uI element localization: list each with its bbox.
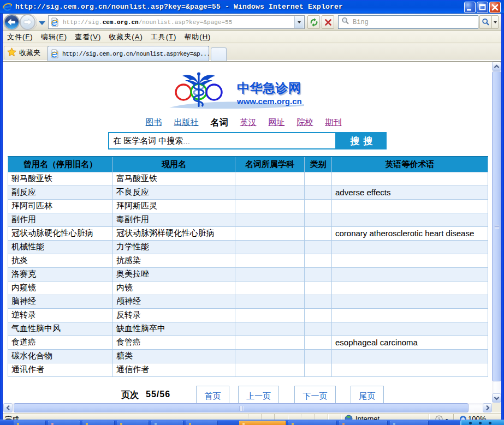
table-header-english-term: 英语等价术语: [332, 157, 488, 172]
table-cell: 冠状动脉硬化性心脏病: [8, 226, 113, 240]
table-cell: [235, 267, 305, 281]
pagination-first-button[interactable]: 首页: [196, 386, 229, 403]
page-nav-publishers[interactable]: 出版社: [174, 117, 199, 129]
table-cell: 机械性能: [8, 240, 113, 254]
table-cell: [235, 308, 305, 322]
taskbar-button[interactable]: [151, 421, 183, 425]
scrollbar-grip: [239, 406, 244, 411]
table-row: 副反应 不良反应 adverse effects: [8, 185, 488, 199]
window-frame-right: [501, 14, 504, 425]
search-icon: [341, 17, 349, 25]
pagination-next-button[interactable]: 下一页: [294, 386, 336, 403]
scroll-left-button[interactable]: [3, 403, 13, 412]
vertical-scrollbar[interactable]: [492, 62, 501, 403]
scroll-up-button[interactable]: [492, 62, 501, 71]
page-nav-colleges[interactable]: 院校: [297, 117, 313, 129]
table-cell: 食管癌: [113, 336, 235, 349]
taskbar-button[interactable]: [117, 421, 149, 425]
table-cell: 富马酸亚铁: [113, 172, 235, 185]
table-row: 碳水化合物 糖类: [8, 349, 488, 363]
table-cell: 颅神经: [113, 295, 235, 308]
page-nav-en-cn[interactable]: 英汉: [240, 117, 257, 129]
menu-item-tools[interactable]: 工具(T): [151, 32, 177, 42]
favorites-button[interactable]: 收藏夹: [4, 46, 49, 60]
browser-search-placeholder: Bing: [353, 19, 369, 26]
page-icon: [50, 17, 60, 27]
table-cell: 碳水化合物: [8, 349, 113, 363]
back-button[interactable]: [5, 15, 19, 29]
scroll-right-button[interactable]: [483, 403, 492, 412]
taskbar-button[interactable]: [288, 421, 336, 425]
search-box-icon: [341, 17, 349, 27]
table-cell: 通讯作者: [8, 363, 113, 376]
table-cell: [235, 254, 305, 267]
browser-search-dropdown[interactable]: [491, 15, 499, 29]
table-cell: 洛赛克: [8, 267, 113, 281]
page-search-input[interactable]: 在 医学名词 中搜索...: [108, 132, 336, 149]
table-cell: 食道癌: [8, 336, 113, 349]
refresh-button[interactable]: [307, 15, 320, 29]
address-bar[interactable]: http://sig.cem.org.cn/nounlist.asp?key=&…: [48, 15, 305, 29]
table-cell: adverse effects: [332, 185, 488, 199]
table-cell: [332, 349, 488, 363]
address-url[interactable]: http://sig.cem.org.cn/nounlist.asp?key=&…: [63, 19, 232, 26]
page-icon: [50, 49, 60, 58]
close-button[interactable]: [489, 2, 501, 13]
pagination-value: 55/56: [146, 390, 170, 399]
page-nav-websites[interactable]: 网址: [269, 117, 285, 129]
menu-item-help[interactable]: 帮助(H): [184, 32, 211, 42]
favorites-star-icon: [7, 47, 16, 57]
thumb-grip: [494, 222, 499, 231]
maximize-button[interactable]: [477, 2, 488, 13]
forward-button[interactable]: [21, 15, 34, 29]
menu-item-view[interactable]: 查看(V): [75, 32, 101, 42]
page-nav-nouns[interactable]: 名词: [211, 117, 228, 129]
taskbar-button[interactable]: [339, 421, 387, 425]
table-cell: [305, 185, 332, 199]
navigation-toolbar: http://sig.cem.org.cn/nounlist.asp?key=&…: [3, 14, 501, 31]
taskbar-button[interactable]: [390, 421, 428, 425]
menu-item-edit[interactable]: 编辑(E): [41, 32, 67, 42]
site-url[interactable]: www.cem.org.cn: [237, 97, 302, 106]
recent-pages-dropdown[interactable]: [39, 21, 45, 25]
new-tab-stub[interactable]: [211, 47, 227, 61]
taskbar-button[interactable]: [14, 421, 45, 425]
stop-icon: [324, 18, 333, 27]
menu-item-file[interactable]: 文件(F): [7, 32, 33, 42]
table-cell: esophageal carcinoma: [332, 336, 488, 349]
back-arrow-glyph: [5, 15, 19, 29]
table-header-current-name: 现用名: [113, 157, 235, 172]
favorites-tab-bar: 收藏夹 http://sig.cem.org.cn/nounlist.asp?k…: [3, 44, 501, 61]
page-nav-books[interactable]: 图书: [146, 117, 162, 129]
browser-tab-active[interactable]: http://sig.cem.org.cn/nounlist.asp?key=&…: [48, 46, 209, 61]
taskbar-button-active[interactable]: [239, 421, 286, 425]
address-dropdown-button[interactable]: [294, 16, 304, 28]
browser-search-go-button[interactable]: [479, 15, 491, 29]
window-ie-icon: [3, 2, 12, 11]
page-search-button[interactable]: 搜搜: [336, 132, 387, 149]
page-nav-journals[interactable]: 期刊: [325, 117, 342, 129]
minimize-glyph: [465, 2, 475, 13]
table-cell: [235, 240, 305, 254]
pagination-prev-button[interactable]: 上一页: [238, 386, 279, 403]
tray-icon[interactable]: [469, 422, 472, 424]
stop-button[interactable]: [322, 15, 334, 29]
scrollbar-corner: [492, 403, 501, 412]
pagination-last-button[interactable]: 尾页: [351, 386, 384, 403]
tray-icon[interactable]: [479, 422, 482, 424]
table-cell: [235, 363, 305, 376]
table-cell: [332, 322, 488, 336]
minimize-button[interactable]: [464, 2, 476, 13]
menu-item-favorites[interactable]: 收藏夹(A): [109, 32, 143, 42]
vertical-scroll-thumb[interactable]: [492, 71, 501, 381]
horizontal-scroll-thumb[interactable]: [14, 403, 469, 412]
webpage: 中华急诊网 www.cem.org.cn 图书 出版社 名词 英汉 网址 院校 …: [3, 62, 483, 403]
horizontal-scrollbar[interactable]: [3, 403, 492, 412]
terms-table: 曾用名（停用旧名） 现用名 名词所属学科 类别 英语等价术语 驸马酸亚铁 富马酸…: [8, 156, 488, 377]
taskbar-button[interactable]: [186, 421, 217, 425]
browser-search-box[interactable]: Bing: [338, 15, 478, 29]
taskbar-button[interactable]: [48, 421, 80, 425]
scroll-down-button[interactable]: [492, 393, 501, 403]
taskbar-button[interactable]: [82, 421, 114, 425]
tray-icon[interactable]: [489, 422, 491, 424]
